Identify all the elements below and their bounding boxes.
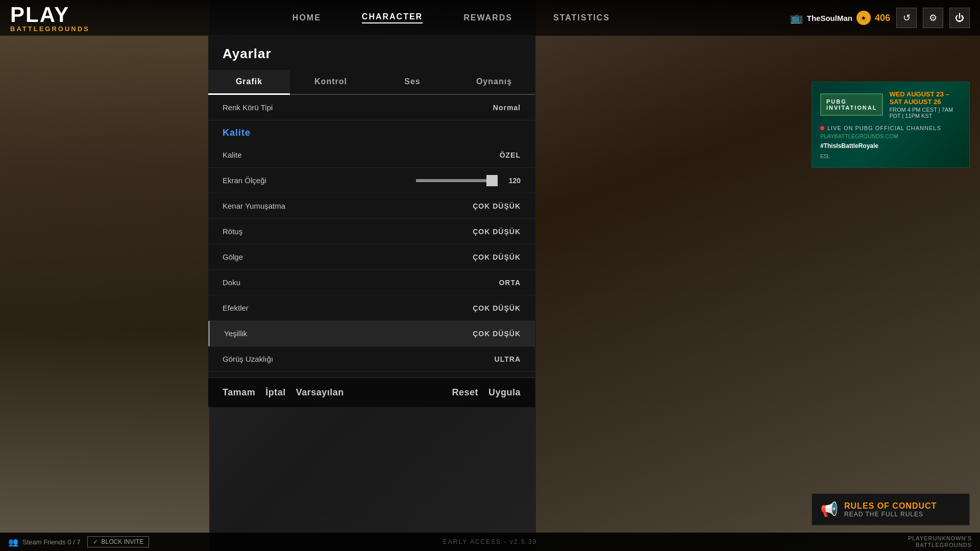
friends-icon: 👥 xyxy=(8,537,18,547)
power-button[interactable]: ⏻ xyxy=(949,8,970,28)
kenar-yumusatma-value[interactable]: ÇOK DÜŞÜK xyxy=(459,202,521,210)
bp-badge: ★ xyxy=(856,11,871,25)
tab-kontrol[interactable]: Kontrol xyxy=(290,70,372,95)
yesillik-label: Yeşillik xyxy=(224,329,459,338)
inv-details: WED AUGUST 23 – SAT AUGUST 26 FROM 4 PM … xyxy=(889,90,961,119)
block-invite-label: BLOCK INVITE xyxy=(101,538,143,545)
ekran-olcegi-value: 120 xyxy=(503,177,521,185)
pubg-invitational-banner: PUBGINVITATIONAL WED AUGUST 23 – SAT AUG… xyxy=(812,82,970,168)
efektler-value[interactable]: ÇOK DÜŞÜK xyxy=(459,304,521,312)
iptal-button[interactable]: İptal xyxy=(265,387,286,398)
gorus-uzakligi-label: Görüş Uzaklığı xyxy=(223,355,459,363)
bottom-bar: 👥 Steam Friends 0 / 7 ✓ BLOCK INVITE EAR… xyxy=(0,533,980,551)
pubg-inv-logo: PUBGINVITATIONAL xyxy=(820,93,883,116)
doku-label: Doku xyxy=(223,278,459,287)
nav-character[interactable]: CHARACTER xyxy=(362,12,423,23)
settings-button[interactable]: ⚙ xyxy=(923,8,943,28)
right-panel: PUBGINVITATIONAL WED AUGUST 23 – SAT AUG… xyxy=(812,82,970,176)
kalite-value[interactable]: ÖZEL xyxy=(459,151,521,159)
ekran-olcegi-row: Ekran Ölçeği 120 xyxy=(208,168,535,193)
slider-thumb xyxy=(486,175,498,186)
inv-hashtag: #ThisIsBattleRoyale xyxy=(820,142,961,149)
efektler-row: Efektler ÇOK DÜŞÜK xyxy=(208,295,535,321)
efektler-label: Efektler xyxy=(223,304,459,312)
user-info: 📺 TheSoulMan ★ 406 xyxy=(790,11,890,25)
logo-area: PLAY BATTLEGROUNDS xyxy=(0,4,112,32)
footer-left: Tamam İptal Varsayılan xyxy=(223,387,344,398)
inv-live: LIVE ON PUBG OFFICIAL CHANNELS xyxy=(820,125,961,131)
inv-live-text: LIVE ON PUBG OFFICIAL CHANNELS xyxy=(827,125,941,131)
reset-button[interactable]: Reset xyxy=(452,387,478,398)
megaphone-icon: 📢 xyxy=(820,501,838,518)
inv-header: PUBGINVITATIONAL WED AUGUST 23 – SAT AUG… xyxy=(820,90,961,119)
settings-footer: Tamam İptal Varsayılan Reset Uygula xyxy=(208,378,535,407)
live-dot xyxy=(820,126,824,130)
rotus-label: Rötuş xyxy=(223,227,459,236)
tab-grafik[interactable]: Grafik xyxy=(208,70,290,95)
doku-value[interactable]: ORTA xyxy=(459,279,521,287)
rules-banner[interactable]: 📢 RULES OF CONDUCT READ THE FULL RULES xyxy=(812,493,970,525)
renk-koru-label: Renk Körü Tipi xyxy=(223,103,459,112)
nav-home[interactable]: HOME xyxy=(292,13,321,22)
tab-ses[interactable]: Ses xyxy=(372,70,453,95)
footer-right: Reset Uygula xyxy=(452,387,521,398)
logo-sub: BATTLEGROUNDS xyxy=(10,26,112,32)
golge-value[interactable]: ÇOK DÜŞÜK xyxy=(459,253,521,261)
slider-fill xyxy=(416,179,489,182)
inv-url: PLAYBATTLEGROUNDS.COM xyxy=(820,133,961,139)
logo-play: PLAY xyxy=(10,4,112,26)
settings-content[interactable]: Renk Körü Tipi Normal Kalite Kalite ÖZEL… xyxy=(208,95,535,378)
rotus-row: Rötuş ÇOK DÜŞÜK xyxy=(208,219,535,244)
renk-koru-value[interactable]: Normal xyxy=(459,104,521,112)
settings-title: Ayarlar xyxy=(208,35,535,70)
bottom-logo-text: PLAYERUNKNOWN'SBATTLEGROUNDS xyxy=(908,535,972,548)
checkmark-icon: ✓ xyxy=(93,538,98,545)
esl-badge: ESL xyxy=(820,154,961,159)
bp-icon: ★ xyxy=(861,15,866,21)
gorus-uzakligi-value[interactable]: ULTRA xyxy=(459,355,521,363)
rotus-value[interactable]: ÇOK DÜŞÜK xyxy=(459,228,521,236)
ekran-olcegi-slider[interactable]: 120 xyxy=(416,177,521,185)
rules-title: RULES OF CONDUCT xyxy=(844,502,961,511)
gorus-uzakligi-row: Görüş Uzaklığı ULTRA xyxy=(208,346,535,372)
pubg-inv-text: PUBGINVITATIONAL xyxy=(826,98,877,111)
gear-icon: ⚙ xyxy=(929,12,937,23)
twitch-icon: 📺 xyxy=(790,12,803,24)
golge-row: Gölge ÇOK DÜŞÜK xyxy=(208,244,535,270)
slider-track xyxy=(416,179,498,182)
nav-right: 📺 TheSoulMan ★ 406 ↺ ⚙ ⏻ xyxy=(790,8,980,28)
settings-panel: Ayarlar Grafik Kontrol Ses Oynanış Renk … xyxy=(208,35,535,407)
bp-count: 406 xyxy=(875,13,890,23)
kalite-row: Kalite ÖZEL xyxy=(208,142,535,168)
renk-koru-row: Renk Körü Tipi Normal xyxy=(208,95,535,120)
uygula-button[interactable]: Uygula xyxy=(488,387,521,398)
block-invite-button[interactable]: ✓ BLOCK INVITE xyxy=(87,536,149,547)
kenar-yumusatma-label: Kenar Yumuşatma xyxy=(223,202,459,210)
power-icon: ⏻ xyxy=(955,13,964,23)
doku-row: Doku ORTA xyxy=(208,270,535,295)
nav-rewards[interactable]: REWARDS xyxy=(463,13,512,22)
bg-left xyxy=(0,0,209,551)
friends-text: Steam Friends 0 / 7 xyxy=(22,538,80,546)
topbar: PLAY BATTLEGROUNDS HOME CHARACTER REWARD… xyxy=(0,0,980,36)
varsayilan-button[interactable]: Varsayılan xyxy=(296,387,344,398)
version-text: EARLY ACCESS - v2.5.39 xyxy=(443,538,537,545)
tab-oynanis[interactable]: Oynanış xyxy=(453,70,535,95)
yesillik-row: Yeşillik ÇOK DÜŞÜK xyxy=(208,321,535,346)
tamam-button[interactable]: Tamam xyxy=(223,387,255,398)
hareket-izi-row: Hareket İzi xyxy=(208,372,535,378)
refresh-icon: ↺ xyxy=(903,12,911,23)
yesillik-value[interactable]: ÇOK DÜŞÜK xyxy=(459,330,521,338)
golge-label: Gölge xyxy=(223,253,459,261)
esl-text: ESL xyxy=(820,154,830,159)
rules-subtitle: READ THE FULL RULES xyxy=(844,511,961,518)
settings-tabs: Grafik Kontrol Ses Oynanış xyxy=(208,70,535,95)
kalite-label: Kalite xyxy=(223,151,459,159)
inv-time: FROM 4 PM CEST | 7AM PDT | 11PM KST xyxy=(889,107,961,119)
rules-text: RULES OF CONDUCT READ THE FULL RULES xyxy=(844,502,961,518)
nav-statistics[interactable]: STATISTICS xyxy=(553,13,610,22)
username: TheSoulMan xyxy=(807,14,852,22)
main-nav: HOME CHARACTER REWARDS STATISTICS xyxy=(112,12,790,23)
battlegrounds-logo-bottom: PLAYERUNKNOWN'SBATTLEGROUNDS xyxy=(908,535,972,548)
refresh-button[interactable]: ↺ xyxy=(896,8,917,28)
